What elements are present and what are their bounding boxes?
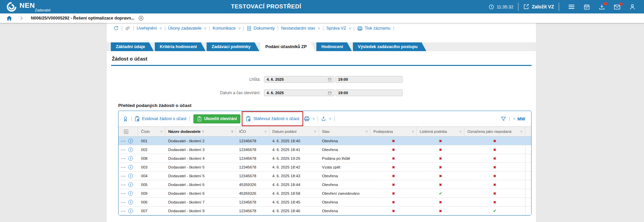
row-menu-icon[interactable] xyxy=(121,192,126,194)
close-tab-icon[interactable] xyxy=(138,15,144,21)
info-icon[interactable] xyxy=(128,147,133,152)
tab-zadavaci-podminky[interactable]: Zadávací podmínky xyxy=(206,42,259,51)
column-header-cislo[interactable]: Číslo xyxy=(138,127,165,136)
refresh-button[interactable] xyxy=(113,26,119,31)
cell-nazev: Dodavatel - školení 6 xyxy=(165,191,236,195)
cell-nepodana-mark xyxy=(464,183,525,187)
list-title: Přehled podaných žádostí o účast xyxy=(118,103,536,108)
info-icon[interactable] xyxy=(128,139,133,143)
lhuta-date-field[interactable]: 4. 6. 2025 xyxy=(264,76,334,83)
nen-logo[interactable]: NEN Zadavatel xyxy=(6,1,50,12)
info-icon[interactable] xyxy=(128,200,133,205)
attachment-button[interactable] xyxy=(125,26,130,31)
cell-stav: Vzata zpět xyxy=(319,165,370,169)
table-row[interactable]: 003 Dodavatel - školení 5 12345678 4. 6.… xyxy=(119,163,531,172)
menu-uverejneni[interactable]: Uveřejnění xyxy=(137,26,162,31)
row-menu-icon[interactable] xyxy=(121,166,126,168)
info-icon[interactable] xyxy=(128,165,133,170)
menu-sprava-vz[interactable]: Správa VZ xyxy=(326,26,351,31)
tab-kriteria-hodnoceni[interactable]: Kritéria hodnocení xyxy=(155,42,205,51)
column-header-oznacena-jako-nepodana[interactable]: Označena jako nepodaná xyxy=(464,127,525,136)
row-menu-icon[interactable] xyxy=(121,157,126,159)
calendar-icon[interactable] xyxy=(328,77,332,82)
filter-icon[interactable] xyxy=(460,130,462,133)
menu-button[interactable] xyxy=(568,4,575,9)
calendar-icon[interactable] xyxy=(328,91,332,95)
column-header-datum-podani[interactable]: Datum podání xyxy=(269,127,319,136)
row-menu-icon[interactable] xyxy=(121,140,126,142)
home-icon[interactable] xyxy=(6,15,12,21)
column-header-nazev-dodavatele[interactable]: Název dodavatele xyxy=(165,127,236,136)
otevirani-time-field[interactable]: 19:00 xyxy=(335,89,403,96)
menu-ukony-zadavatele[interactable]: Úkony zadavatele xyxy=(168,26,206,31)
row-menu-icon[interactable] xyxy=(121,149,126,151)
row-menu-icon[interactable] xyxy=(121,175,126,177)
row-menu-icon[interactable] xyxy=(121,210,126,212)
filter-icon[interactable] xyxy=(160,130,163,133)
menu-tisk-zaznamu[interactable]: Tisk záznamu xyxy=(357,26,390,31)
downloads-button[interactable] xyxy=(599,4,605,10)
cell-ico: 12345678 xyxy=(236,200,269,204)
filter-icon[interactable] xyxy=(314,130,316,133)
menu-nestandardni-stav[interactable]: Nestandardní stav xyxy=(281,26,320,31)
filter-icon[interactable] xyxy=(366,130,368,133)
cell-podepsana-mark xyxy=(370,191,417,195)
tab-podani-ucastniku-zp[interactable]: Podání účastníků ZP xyxy=(260,42,315,51)
table-row[interactable]: 002 Dodavatel - školení 3 12345678 4. 6.… xyxy=(119,145,531,154)
column-header-ico[interactable]: IČO xyxy=(236,127,269,136)
table-row[interactable]: 008 Dodavatel - školení 4 12345678 4. 6.… xyxy=(119,154,531,163)
requests-grid: Evidovat žádost o účast Ukončit otevírán… xyxy=(118,111,532,216)
row-menu-icon[interactable] xyxy=(121,184,126,186)
table-row[interactable]: 006 Dodavatel - školení 7 12345678 4. 6.… xyxy=(119,198,531,207)
cell-datum: 4. 6. 2025 18:44 xyxy=(269,183,319,187)
cell-nazev: Dodavatel - školení 6 xyxy=(165,183,236,187)
export-button[interactable] xyxy=(321,116,331,121)
info-icon[interactable] xyxy=(128,191,133,196)
filter-icon[interactable] xyxy=(231,130,233,133)
menu-dokumenty[interactable]: Dokumenty xyxy=(247,26,275,31)
cell-ico: 12345678 xyxy=(236,174,269,178)
info-icon[interactable] xyxy=(128,156,133,161)
lhuta-time-field[interactable]: 19:00 xyxy=(335,76,403,83)
table-row[interactable]: 005 Dodavatel - školení 6 45359326 4. 6.… xyxy=(119,180,531,189)
tab-zakladni-udaje[interactable]: Základní údaje xyxy=(111,42,154,51)
info-icon[interactable] xyxy=(128,174,133,178)
info-icon[interactable] xyxy=(128,182,133,187)
breadcrumb-item[interactable]: N006/25/V00005292 - Řešení optimalizace … xyxy=(31,16,134,21)
print-grid-button[interactable] xyxy=(304,116,315,121)
menu-label: Úkony zadavatele xyxy=(168,26,201,31)
table-row[interactable]: 009 Dodavatel - školení 6 45359326 4. 6.… xyxy=(119,189,531,198)
award-button[interactable] xyxy=(123,116,128,122)
column-header-podepsana[interactable]: Podepsána xyxy=(370,127,417,136)
filter-icon[interactable] xyxy=(520,130,522,133)
create-vz-button[interactable]: Založit VZ xyxy=(523,4,554,10)
column-label: Označena jako nepodaná xyxy=(467,130,511,134)
info-icon[interactable] xyxy=(128,209,133,213)
form-row-oteviranti: Datum a čas otevírání: 4. 6. 2025 19:00 xyxy=(107,89,536,96)
filter-icon[interactable] xyxy=(412,130,414,133)
filter-button[interactable] xyxy=(501,116,506,122)
ukoncit-otevirani-button[interactable]: Ukončit otevírání xyxy=(193,114,240,123)
view-dropdown-arrow-icon[interactable] xyxy=(513,117,515,120)
tab-hodnoceni[interactable]: Hodnocení xyxy=(316,42,352,51)
stahnout-zadosti-button[interactable]: Stáhnout žádosti o účast xyxy=(246,116,299,121)
cell-stav: Otevřena xyxy=(319,139,370,143)
user-button[interactable] xyxy=(629,4,636,10)
tab-vysledek-zadavaciho-postupu[interactable]: Výsledek zadávacího postupu xyxy=(353,42,426,51)
menu-komunikace[interactable]: Komunikace xyxy=(213,26,240,31)
table-row[interactable]: 007 Dodavatel - školení 9 12345678 4. 6.… xyxy=(119,207,531,215)
column-chooser-header[interactable] xyxy=(119,127,138,136)
mw-view-button[interactable]: MW xyxy=(517,116,525,121)
otevirani-date-field[interactable]: 4. 6. 2025 xyxy=(264,89,334,96)
column-header-listinna-podoba[interactable]: Listinná podoba xyxy=(417,127,464,136)
column-header-stav[interactable]: Stav xyxy=(319,127,370,136)
row-menu-icon[interactable] xyxy=(121,201,126,203)
spacer xyxy=(107,34,536,42)
calendar-button[interactable] xyxy=(584,4,590,10)
page-background: Uveřejnění Úkony zadavatele Komunikace xyxy=(0,23,644,222)
table-row[interactable]: 001 Dodavatel - školení 2 12345678 4. 6.… xyxy=(119,137,531,145)
filter-icon[interactable] xyxy=(265,130,267,133)
table-row[interactable]: 004 Dodavatel - školení 5 12345678 4. 6.… xyxy=(119,172,531,180)
evidovat-zadost-button[interactable]: Evidovat žádost o účast xyxy=(135,116,186,121)
messages-button[interactable] xyxy=(614,4,620,10)
